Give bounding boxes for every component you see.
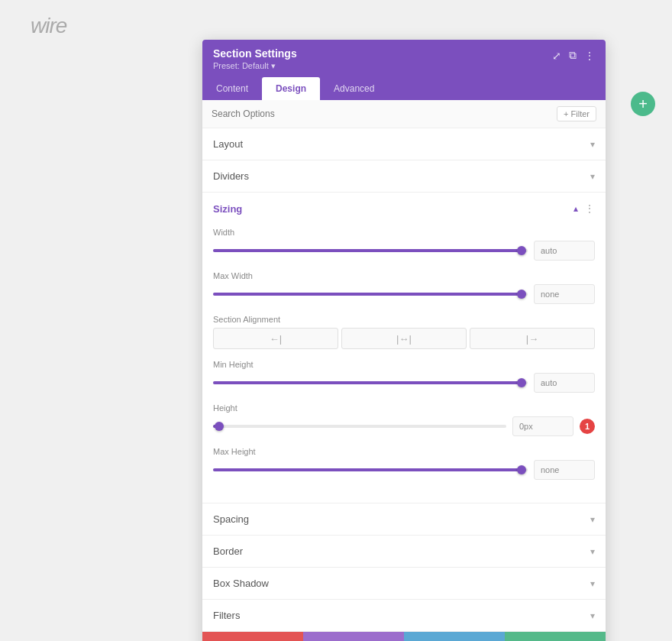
- min-height-slider-row: auto: [213, 373, 595, 393]
- max-height-field: Max Height none: [213, 447, 595, 480]
- max-width-field: Max Width none: [213, 271, 595, 304]
- align-right-icon: |→: [526, 333, 538, 345]
- align-left-button[interactable]: ←|: [213, 328, 338, 349]
- min-height-value[interactable]: auto: [534, 373, 595, 393]
- max-height-track: [213, 468, 528, 471]
- dividers-header[interactable]: Dividers ▾: [202, 160, 606, 192]
- panel-header-icons: ⤢ ⧉ ⋮: [552, 49, 595, 62]
- split-icon[interactable]: ⧉: [569, 49, 577, 62]
- panel-content: + Filter Layout ▾ Dividers ▾ Sizing ▴ ⋮: [202, 100, 606, 641]
- max-width-label: Max Width: [213, 271, 595, 280]
- sizing-more-icon[interactable]: ⋮: [584, 202, 595, 215]
- layout-chevron: ▾: [590, 139, 595, 150]
- layout-section: Layout ▾: [202, 128, 606, 160]
- section-alignment-field: Section Alignment ←| |↔| |→: [213, 315, 595, 349]
- tab-content[interactable]: Content: [202, 77, 262, 100]
- min-height-field: Min Height auto: [213, 360, 595, 393]
- max-height-thumb[interactable]: [517, 465, 526, 474]
- width-fill: [213, 249, 522, 252]
- box-shadow-header[interactable]: Box Shadow ▾: [202, 568, 606, 599]
- dividers-title: Dividers: [213, 170, 249, 182]
- border-header[interactable]: Border ▾: [202, 536, 606, 567]
- logo: wire: [31, 14, 66, 38]
- box-shadow-chevron: ▾: [590, 578, 595, 589]
- border-section: Border ▾: [202, 536, 606, 568]
- spacing-header[interactable]: Spacing ▾: [202, 503, 606, 535]
- min-height-thumb[interactable]: [517, 378, 526, 387]
- height-error-badge: 1: [580, 419, 595, 434]
- max-height-slider-row: none: [213, 460, 595, 480]
- max-width-track: [213, 293, 528, 296]
- filter-button[interactable]: + Filter: [557, 106, 596, 121]
- panel-title: Section Settings: [213, 47, 297, 60]
- align-right-button[interactable]: |→: [470, 328, 595, 349]
- height-thumb[interactable]: [215, 422, 224, 431]
- panel-header-left: Section Settings Preset: Default ▾: [213, 47, 297, 71]
- min-height-track: [213, 381, 528, 384]
- width-thumb[interactable]: [517, 246, 526, 255]
- save-button[interactable]: ✓: [505, 632, 606, 641]
- dividers-section: Dividers ▾: [202, 160, 606, 193]
- height-value[interactable]: 0px: [512, 416, 573, 436]
- max-width-slider-row: none: [213, 284, 595, 304]
- min-height-slider[interactable]: [213, 381, 528, 384]
- sizing-title: Sizing: [213, 203, 242, 215]
- sizing-header-icons: ▴ ⋮: [573, 202, 595, 215]
- filters-chevron: ▾: [590, 610, 595, 621]
- section-settings-panel: Section Settings Preset: Default ▾ ⤢ ⧉ ⋮…: [202, 40, 606, 641]
- tab-design[interactable]: Design: [262, 77, 320, 100]
- sizing-content: Width auto Max Width: [202, 225, 606, 503]
- box-shadow-section: Box Shadow ▾: [202, 568, 606, 600]
- align-left-icon: ←|: [270, 333, 282, 345]
- dividers-chevron: ▾: [590, 171, 595, 182]
- height-label: Height: [213, 403, 595, 413]
- undo-button[interactable]: ↺: [303, 632, 404, 641]
- width-field: Width auto: [213, 228, 595, 261]
- alignment-row: ←| |↔| |→: [213, 328, 595, 349]
- width-slider[interactable]: [213, 249, 528, 252]
- cancel-button[interactable]: ✕: [202, 632, 303, 641]
- max-height-slider[interactable]: [213, 468, 528, 471]
- border-chevron: ▾: [590, 546, 595, 557]
- height-track: [213, 425, 506, 428]
- max-height-fill: [213, 468, 522, 471]
- tab-advanced[interactable]: Advanced: [320, 77, 388, 100]
- height-slider-row: 0px 1: [213, 416, 595, 436]
- panel-header: Section Settings Preset: Default ▾ ⤢ ⧉ ⋮: [202, 40, 606, 77]
- min-height-label: Min Height: [213, 360, 595, 369]
- min-height-fill: [213, 381, 522, 384]
- expand-icon[interactable]: ⤢: [552, 50, 561, 62]
- filters-header[interactable]: Filters ▾: [202, 600, 606, 631]
- sizing-header[interactable]: Sizing ▴ ⋮: [202, 193, 606, 225]
- layout-header[interactable]: Layout ▾: [202, 128, 606, 160]
- max-width-value[interactable]: none: [534, 284, 595, 304]
- height-slider[interactable]: [213, 425, 506, 428]
- box-shadow-title: Box Shadow: [213, 578, 269, 589]
- tabs-bar: Content Design Advanced: [202, 77, 606, 100]
- max-width-thumb[interactable]: [517, 290, 526, 299]
- panel-preset[interactable]: Preset: Default ▾: [213, 61, 297, 71]
- height-field: Height 0px 1: [213, 403, 595, 436]
- spacing-chevron: ▾: [590, 514, 595, 525]
- max-height-label: Max Height: [213, 447, 595, 456]
- spacing-section: Spacing ▾: [202, 503, 606, 536]
- filter-label: + Filter: [564, 109, 590, 118]
- align-center-button[interactable]: |↔|: [341, 328, 467, 349]
- section-alignment-label: Section Alignment: [213, 315, 595, 324]
- add-fab-button[interactable]: +: [631, 92, 655, 116]
- border-title: Border: [213, 545, 243, 557]
- filters-title: Filters: [213, 610, 240, 621]
- sizing-section: Sizing ▴ ⋮ Width: [202, 193, 606, 503]
- width-label: Width: [213, 228, 595, 237]
- redo-button[interactable]: ↻: [404, 632, 505, 641]
- width-track: [213, 249, 528, 252]
- search-bar: + Filter: [202, 100, 606, 128]
- layout-title: Layout: [213, 138, 243, 150]
- sizing-chevron-up: ▴: [573, 203, 578, 214]
- max-width-slider[interactable]: [213, 293, 528, 296]
- more-icon[interactable]: ⋮: [584, 50, 595, 62]
- max-height-value[interactable]: none: [534, 460, 595, 480]
- max-width-fill: [213, 293, 522, 296]
- search-input[interactable]: [212, 108, 557, 119]
- width-value[interactable]: auto: [534, 241, 595, 261]
